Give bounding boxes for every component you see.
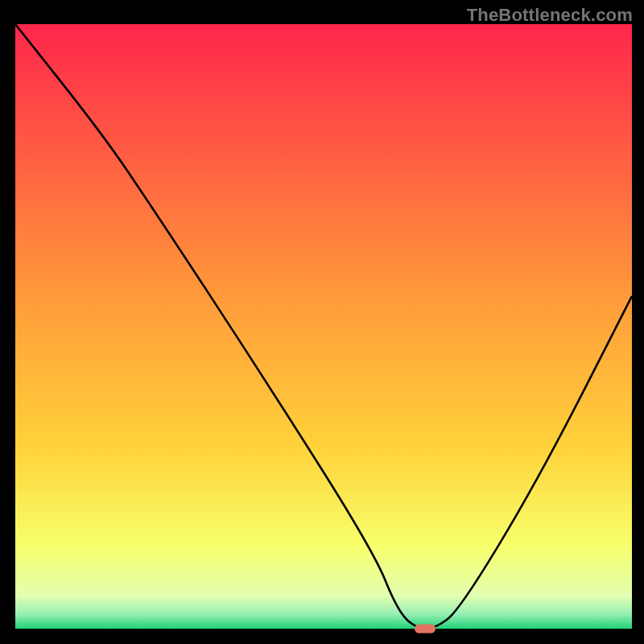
watermark-text: TheBottleneck.com <box>467 5 633 26</box>
optimal-marker <box>415 625 436 634</box>
axis-bottom <box>12 629 632 632</box>
bottleneck-chart <box>12 24 632 632</box>
axis-left <box>12 24 15 632</box>
gradient-field <box>15 24 632 629</box>
